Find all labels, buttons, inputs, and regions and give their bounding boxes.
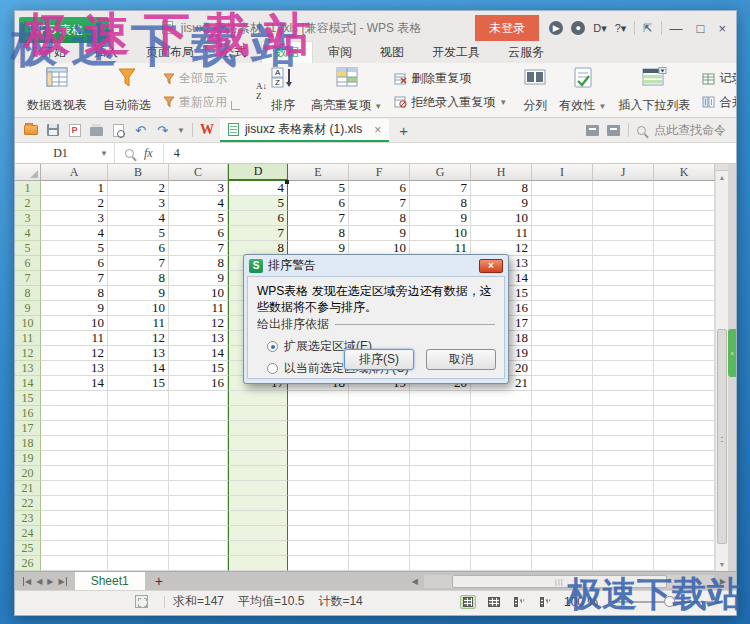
cell-E22[interactable] — [288, 496, 349, 511]
cell-H1[interactable]: 8 — [471, 181, 532, 196]
cell-G25[interactable] — [410, 541, 471, 556]
cell-J25[interactable] — [593, 541, 654, 556]
qat-customize-icon[interactable]: ▼ — [177, 126, 185, 135]
cell-K22[interactable] — [654, 496, 715, 511]
cell-E24[interactable] — [288, 526, 349, 541]
cell-F1[interactable]: 6 — [349, 181, 410, 196]
sort-button[interactable]: AZ 排序 — [271, 67, 295, 114]
menu-tab-3[interactable]: 公式 — [209, 42, 259, 63]
cell-K10[interactable] — [654, 316, 715, 331]
row-header-5[interactable]: 5 — [15, 241, 41, 256]
cell-G20[interactable] — [410, 466, 471, 481]
cell-D19[interactable] — [228, 451, 288, 466]
cell-E19[interactable] — [288, 451, 349, 466]
search-command[interactable]: 点此查找命令 — [654, 122, 726, 139]
cell-F4[interactable]: 9 — [349, 226, 410, 241]
row-header-10[interactable]: 10 — [15, 316, 41, 331]
cell-C1[interactable]: 3 — [169, 181, 228, 196]
reapply-filter-button[interactable]: 重新应用 — [163, 94, 240, 111]
menu-tab-2[interactable]: 页面布局 — [133, 42, 207, 63]
formula-input[interactable]: 4 — [164, 146, 180, 161]
row-header-11[interactable]: 11 — [15, 331, 41, 346]
cell-B23[interactable] — [108, 511, 169, 526]
cell-J7[interactable] — [593, 271, 654, 286]
cell-D20[interactable] — [228, 466, 288, 481]
zoom-slider[interactable] — [612, 601, 722, 603]
maximize-button[interactable]: □ — [697, 21, 705, 36]
cell-G18[interactable] — [410, 436, 471, 451]
cell-I23[interactable] — [532, 511, 593, 526]
hscroll-thumb[interactable]: ||| — [452, 575, 667, 588]
cell-F23[interactable] — [349, 511, 410, 526]
cell-E16[interactable] — [288, 406, 349, 421]
cell-K23[interactable] — [654, 511, 715, 526]
document-tab[interactable]: jisuxz 表格素材 (1).xls × — [220, 119, 389, 142]
cell-H20[interactable] — [471, 466, 532, 481]
cell-H4[interactable]: 11 — [471, 226, 532, 241]
cell-B4[interactable]: 5 — [108, 226, 169, 241]
skin-icon[interactable]: ● — [571, 21, 585, 35]
cell-H23[interactable] — [471, 511, 532, 526]
cell-D2[interactable]: 5 — [228, 196, 288, 211]
row-header-16[interactable]: 16 — [15, 406, 41, 421]
sheet-tab-sheet1[interactable]: Sheet1 — [75, 572, 145, 590]
cell-G1[interactable]: 7 — [410, 181, 471, 196]
cell-J11[interactable] — [593, 331, 654, 346]
vscroll-track[interactable] — [716, 184, 728, 558]
cell-I9[interactable] — [532, 301, 593, 316]
cell-F16[interactable] — [349, 406, 410, 421]
cell-D4[interactable]: 7 — [228, 226, 288, 241]
cell-I11[interactable] — [532, 331, 593, 346]
cell-B26[interactable] — [108, 556, 169, 571]
cell-D22[interactable] — [228, 496, 288, 511]
cell-A21[interactable] — [41, 481, 108, 496]
cell-H21[interactable] — [471, 481, 532, 496]
cell-H3[interactable]: 10 — [471, 211, 532, 226]
login-button[interactable]: 未登录 — [475, 15, 539, 41]
validation-button[interactable]: 有效性 ▼ — [553, 66, 612, 115]
cell-E25[interactable] — [288, 541, 349, 556]
cell-C8[interactable]: 10 — [169, 286, 228, 301]
cell-I5[interactable] — [532, 241, 593, 256]
cell-A10[interactable]: 10 — [41, 316, 108, 331]
row-header-8[interactable]: 8 — [15, 286, 41, 301]
split-handle[interactable] — [716, 164, 728, 171]
row-header-12[interactable]: 12 — [15, 346, 41, 361]
row-header-20[interactable]: 20 — [15, 466, 41, 481]
cell-B1[interactable]: 2 — [108, 181, 169, 196]
page-break-view-button[interactable] — [486, 595, 502, 609]
dialog-close-button[interactable]: × — [479, 259, 503, 273]
undo-button[interactable]: ↶ — [133, 123, 148, 138]
cell-H17[interactable] — [471, 421, 532, 436]
feedback-icon[interactable]: ▶ — [549, 21, 563, 35]
cell-I25[interactable] — [532, 541, 593, 556]
zoom-slider-thumb[interactable] — [664, 596, 675, 607]
cell-K13[interactable] — [654, 361, 715, 376]
cell-H18[interactable] — [471, 436, 532, 451]
cell-C6[interactable]: 8 — [169, 256, 228, 271]
cell-I26[interactable] — [532, 556, 593, 571]
cell-G24[interactable] — [410, 526, 471, 541]
close-button[interactable]: × — [718, 21, 726, 36]
cell-C3[interactable]: 5 — [169, 211, 228, 226]
cell-K7[interactable] — [654, 271, 715, 286]
cell-A4[interactable]: 4 — [41, 226, 108, 241]
cell-D23[interactable] — [228, 511, 288, 526]
cell-F20[interactable] — [349, 466, 410, 481]
save-button[interactable] — [45, 123, 60, 138]
menu-tab-4[interactable]: 数据 — [261, 41, 313, 63]
row-header-23[interactable]: 23 — [15, 511, 41, 526]
wps-menu-button[interactable]: WPS 表格 ▼ — [19, 17, 109, 43]
cell-J15[interactable] — [593, 391, 654, 406]
cell-E23[interactable] — [288, 511, 349, 526]
auto-filter-button[interactable]: 自动筛选 — [97, 66, 157, 115]
column-header-D[interactable]: D — [228, 164, 288, 181]
insert-function-button[interactable]: fx — [144, 146, 153, 161]
row-header-26[interactable]: 26 — [15, 556, 41, 571]
cell-J3[interactable] — [593, 211, 654, 226]
cell-G21[interactable] — [410, 481, 471, 496]
cell-B5[interactable]: 6 — [108, 241, 169, 256]
cell-G26[interactable] — [410, 556, 471, 571]
cell-C18[interactable] — [169, 436, 228, 451]
cell-D21[interactable] — [228, 481, 288, 496]
